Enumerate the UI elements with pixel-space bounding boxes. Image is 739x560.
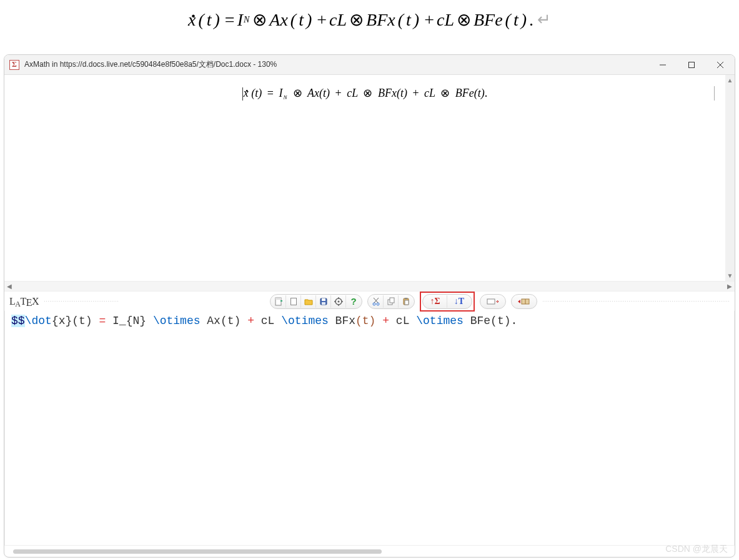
code-token: {x}(t) xyxy=(52,315,99,327)
code-token: BFx xyxy=(329,315,355,327)
code-token: \otimes xyxy=(281,315,329,327)
maximize-button[interactable] xyxy=(677,55,706,74)
code-token: (t) xyxy=(355,315,375,327)
svg-line-18 xyxy=(374,298,379,303)
code-token: = xyxy=(99,315,106,327)
document-equation: x (t) = IN ⊗ Ax(t) + cL ⊗ BFx(t) + cL ⊗ … xyxy=(188,9,551,30)
code-token: Ax(t) xyxy=(201,315,248,327)
snippet-button[interactable] xyxy=(481,295,505,308)
svg-rect-24 xyxy=(405,300,409,305)
svg-rect-21 xyxy=(390,298,394,303)
copy-button[interactable] xyxy=(384,295,399,308)
word-document-area: x (t) = IN ⊗ Ax(t) + cL ⊗ BFx(t) + cL ⊗ … xyxy=(0,0,739,53)
code-token: I_{N} xyxy=(106,315,153,327)
scroll-down-icon[interactable]: ▼ xyxy=(727,272,733,279)
run-button[interactable] xyxy=(512,295,536,308)
blue-t-down-icon: ↓T xyxy=(454,297,464,307)
axmath-window: Σ AxMath in https://d.docs.live.net/c590… xyxy=(4,54,735,558)
scroll-left-icon[interactable]: ◀ xyxy=(7,283,12,290)
minimize-button[interactable] xyxy=(648,55,677,74)
svg-rect-5 xyxy=(275,298,281,300)
scroll-up-icon[interactable]: ▲ xyxy=(727,77,733,84)
snippet-tool-group xyxy=(480,294,506,309)
code-token: + xyxy=(247,315,254,327)
svg-rect-1 xyxy=(689,62,695,67)
file-tool-group: ? xyxy=(270,294,362,309)
app-icon: Σ xyxy=(9,60,19,70)
new-doc-button[interactable] xyxy=(271,295,286,308)
toolbar-grip-right xyxy=(542,300,730,303)
scrollbar-thumb[interactable] xyxy=(13,549,382,554)
svg-rect-25 xyxy=(487,299,495,304)
svg-rect-8 xyxy=(322,298,325,301)
window-controls xyxy=(648,55,735,74)
code-token: BFe(t). xyxy=(464,315,517,327)
edit-tool-group xyxy=(367,294,415,309)
settings-button[interactable] xyxy=(331,295,346,308)
highlighted-convert-group: ↑Σ ↓T xyxy=(420,292,475,312)
code-token: \otimes xyxy=(416,315,464,327)
code-token: \dot xyxy=(25,315,52,327)
latex-label: LATEX xyxy=(9,296,39,307)
blank-doc-button[interactable] xyxy=(286,295,301,308)
code-token: cL xyxy=(389,315,416,327)
editor-horizontal-scrollbar[interactable]: ◀ ▶ xyxy=(4,281,735,291)
rendered-equation[interactable]: x (t) = IN ⊗ Ax(t) + cL ⊗ BFx(t) + cL ⊗ … xyxy=(16,86,714,101)
open-button[interactable] xyxy=(301,295,316,308)
save-button[interactable] xyxy=(316,295,331,308)
titlebar[interactable]: Σ AxMath in https://d.docs.live.net/c590… xyxy=(4,55,735,75)
close-button[interactable] xyxy=(706,55,735,74)
watermark: CSDN @龙晨天 xyxy=(665,544,728,555)
svg-point-17 xyxy=(377,303,379,305)
question-icon: ? xyxy=(350,296,356,307)
code-token: + xyxy=(382,315,389,327)
scroll-right-icon[interactable]: ▶ xyxy=(727,283,732,290)
code-token: \otimes xyxy=(153,315,201,327)
svg-point-16 xyxy=(373,303,375,305)
svg-rect-9 xyxy=(322,302,325,305)
svg-rect-23 xyxy=(405,298,407,299)
code-horizontal-scrollbar[interactable] xyxy=(4,546,735,557)
help-button[interactable]: ? xyxy=(346,295,361,308)
run-tool-group xyxy=(511,294,537,309)
toolbar-grip xyxy=(44,300,119,303)
window-title: AxMath in https://d.docs.live.net/c59048… xyxy=(24,59,277,70)
vertical-scrollbar[interactable]: ▲ ▼ xyxy=(725,75,735,281)
code-token xyxy=(375,315,382,327)
equation-editor-area[interactable]: x (t) = IN ⊗ Ax(t) + cL ⊗ BFx(t) + cL ⊗ … xyxy=(4,75,735,281)
latex-to-formula-button[interactable]: ↑Σ xyxy=(424,295,447,308)
red-sigma-up-icon: ↑Σ xyxy=(430,297,440,307)
paste-button[interactable] xyxy=(399,295,414,308)
svg-line-19 xyxy=(374,298,378,303)
formula-to-latex-button[interactable]: ↓T xyxy=(447,295,471,308)
text-cursor xyxy=(242,87,243,101)
paragraph-mark: ↵ xyxy=(537,10,551,29)
code-token: cL xyxy=(254,315,281,327)
svg-rect-6 xyxy=(290,298,296,305)
code-token: $$ xyxy=(11,315,25,327)
latex-code-editor[interactable]: $$\dot{x}(t) = I_{N} \otimes Ax(t) + cL … xyxy=(4,311,735,546)
latex-toolbar: LATEX ? ↑Σ ↓T xyxy=(4,291,735,311)
cut-button[interactable] xyxy=(369,295,384,308)
convert-tool-group: ↑Σ ↓T xyxy=(422,294,472,309)
svg-point-11 xyxy=(337,300,339,302)
